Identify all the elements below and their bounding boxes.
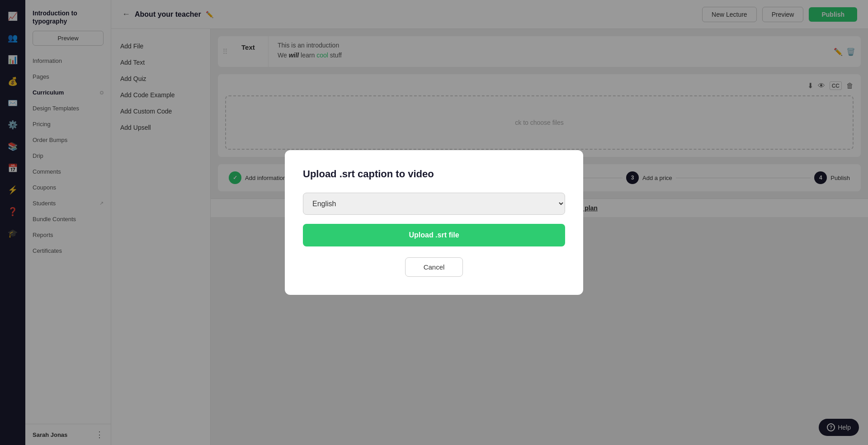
language-select[interactable]: English French Spanish German Portuguese <box>303 193 565 215</box>
upload-srt-modal: Upload .srt caption to video English Fre… <box>285 150 583 295</box>
modal-title: Upload .srt caption to video <box>303 168 565 180</box>
upload-srt-button[interactable]: Upload .srt file <box>303 224 565 246</box>
modal-overlay[interactable]: Upload .srt caption to video English Fre… <box>0 0 868 445</box>
cancel-modal-button[interactable]: Cancel <box>405 257 463 277</box>
